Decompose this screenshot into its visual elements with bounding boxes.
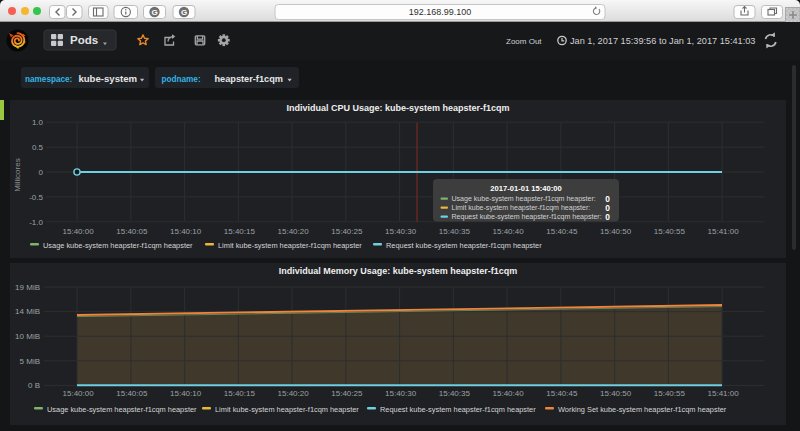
- svg-text:15:41:00: 15:41:00: [708, 227, 740, 236]
- svg-text:15:40:50: 15:40:50: [600, 227, 632, 236]
- svg-text:15:40:25: 15:40:25: [331, 389, 363, 398]
- svg-text:podname:: podname:: [162, 75, 201, 84]
- svg-text:Zoom Out: Zoom Out: [506, 37, 542, 46]
- svg-text:15:40:10: 15:40:10: [170, 389, 202, 398]
- svg-text:15:40:25: 15:40:25: [331, 227, 363, 236]
- svg-text:5 MiB: 5 MiB: [20, 357, 40, 366]
- svg-text:Jan 1, 2017 15:39:56 to Jan 1,: Jan 1, 2017 15:39:56 to Jan 1, 2017 15:4…: [570, 36, 755, 46]
- svg-text:15:40:00: 15:40:00: [63, 389, 95, 398]
- svg-text:Request kube-system heapster-f: Request kube-system heapster-f1cqm heaps…: [452, 213, 602, 221]
- svg-text:15:40:20: 15:40:20: [278, 227, 310, 236]
- svg-text:15:40:40: 15:40:40: [493, 227, 525, 236]
- svg-text:Limit kube-system heapster-f1c: Limit kube-system heapster-f1cqm heapste…: [215, 405, 359, 414]
- svg-text:15:40:55: 15:40:55: [654, 389, 686, 398]
- svg-text:15:40:05: 15:40:05: [116, 227, 148, 236]
- svg-text:15:40:35: 15:40:35: [439, 227, 471, 236]
- svg-text:15:40:55: 15:40:55: [654, 227, 686, 236]
- svg-text:15:40:15: 15:40:15: [224, 227, 256, 236]
- svg-text:0 B: 0 B: [28, 381, 40, 390]
- svg-text:Limit kube-system heapster-f1c: Limit kube-system heapster-f1cqm heapste…: [452, 204, 591, 212]
- svg-text:Individual Memory Usage: kube-: Individual Memory Usage: kube-system hea…: [279, 266, 518, 276]
- svg-text:G: G: [181, 8, 187, 17]
- svg-text:Millicores: Millicores: [13, 158, 22, 191]
- svg-text:2017-01-01 15:40:00: 2017-01-01 15:40:00: [490, 184, 561, 193]
- svg-text:Usage kube-system heapster-f1c: Usage kube-system heapster-f1cqm heapste…: [47, 405, 197, 414]
- svg-text:-1.0: -1.0: [29, 218, 43, 227]
- svg-text:0: 0: [605, 212, 610, 222]
- svg-text:15:40:10: 15:40:10: [170, 227, 202, 236]
- svg-text:Individual CPU Usage: kube-sys: Individual CPU Usage: kube-system heapst…: [286, 103, 509, 113]
- svg-text:Request kube-system heapster-f: Request kube-system heapster-f1cqm heaps…: [380, 405, 536, 414]
- svg-text:15:41:00: 15:41:00: [708, 389, 740, 398]
- svg-text:kube-system: kube-system: [78, 73, 137, 84]
- svg-text:0.5: 0.5: [32, 143, 44, 152]
- svg-text:10 MiB: 10 MiB: [15, 332, 40, 341]
- svg-text:15:40:50: 15:40:50: [600, 389, 632, 398]
- svg-text:15:40:30: 15:40:30: [385, 227, 417, 236]
- svg-text:15:40:05: 15:40:05: [116, 389, 148, 398]
- svg-text:15:40:00: 15:40:00: [63, 227, 95, 236]
- svg-text:Working Set kube-system heapst: Working Set kube-system heapster-f1cqm h…: [558, 405, 727, 414]
- svg-text:Request kube-system heapster-f: Request kube-system heapster-f1cqm heaps…: [386, 241, 542, 250]
- svg-text:Usage kube-system heapster-f1c: Usage kube-system heapster-f1cqm heapste…: [452, 195, 596, 203]
- svg-text:15:40:35: 15:40:35: [439, 389, 471, 398]
- svg-text:Pods: Pods: [70, 34, 98, 46]
- svg-text:0: 0: [39, 168, 44, 177]
- svg-text:15:40:40: 15:40:40: [493, 389, 525, 398]
- svg-text:Usage kube-system heapster-f1c: Usage kube-system heapster-f1cqm heapste…: [43, 241, 193, 250]
- svg-text:G: G: [151, 8, 157, 17]
- svg-text:14 MiB: 14 MiB: [15, 307, 40, 316]
- svg-text:heapster-f1cqm: heapster-f1cqm: [215, 74, 283, 84]
- svg-text:15:40:15: 15:40:15: [224, 389, 256, 398]
- svg-text:15:40:45: 15:40:45: [546, 227, 578, 236]
- svg-text:-0.5: -0.5: [29, 193, 43, 202]
- svg-text:Limit kube-system heapster-f1c: Limit kube-system heapster-f1cqm heapste…: [218, 241, 362, 250]
- svg-text:15:40:20: 15:40:20: [278, 389, 310, 398]
- svg-text:15:40:45: 15:40:45: [546, 389, 578, 398]
- svg-text:19 MiB: 19 MiB: [15, 283, 40, 292]
- svg-text:1.0: 1.0: [32, 118, 44, 127]
- svg-text:namespace:: namespace:: [25, 75, 72, 84]
- svg-text:15:40:30: 15:40:30: [385, 389, 417, 398]
